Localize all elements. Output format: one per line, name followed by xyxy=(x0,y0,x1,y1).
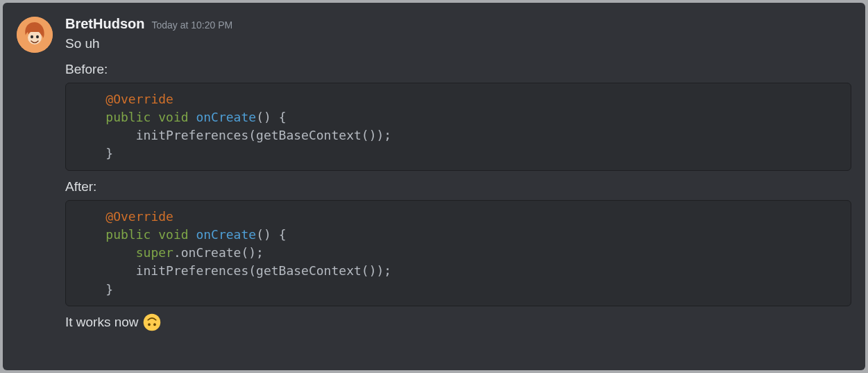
code-plain: initPreferences(getBaseContext()); xyxy=(76,263,391,278)
avatar-image-icon xyxy=(17,17,53,53)
code-annotation: @Override xyxy=(105,92,173,106)
code-plain: .onCreate(); xyxy=(173,245,264,260)
svg-point-2 xyxy=(31,35,33,38)
avatar[interactable] xyxy=(17,17,53,53)
username[interactable]: BretHudson xyxy=(65,15,144,32)
code-plain: initPreferences(getBaseContext()); xyxy=(76,128,391,142)
message-header: BretHudson Today at 10:20 PM xyxy=(65,15,851,32)
code-plain: } xyxy=(76,282,113,297)
code-plain: } xyxy=(76,146,113,160)
svg-point-5 xyxy=(148,323,151,326)
code-func: onCreate xyxy=(196,110,256,124)
code-annotation: @Override xyxy=(105,209,173,224)
chat-message: BretHudson Today at 10:20 PM So uh Befor… xyxy=(17,15,851,331)
code-plain: () { xyxy=(256,110,286,124)
code-indent xyxy=(76,227,105,242)
timestamp: Today at 10:20 PM xyxy=(151,19,232,31)
code-func: onCreate xyxy=(196,227,256,242)
footer-text: It works now xyxy=(65,315,139,330)
code-plain xyxy=(76,245,136,260)
code-plain: () { xyxy=(256,227,286,242)
chat-message-container: BretHudson Today at 10:20 PM So uh Befor… xyxy=(3,3,865,370)
upside-down-face-emoji-icon xyxy=(143,313,161,331)
code-keyword: public void xyxy=(105,227,188,242)
after-label: After: xyxy=(65,178,851,197)
svg-point-3 xyxy=(36,35,39,38)
before-label: Before: xyxy=(65,60,851,79)
code-indent xyxy=(76,110,105,124)
svg-point-4 xyxy=(143,313,160,331)
message-content: BretHudson Today at 10:20 PM So uh Befor… xyxy=(65,15,851,331)
code-indent xyxy=(76,92,105,106)
code-block-after[interactable]: @Override public void onCreate() { super… xyxy=(65,200,851,306)
code-super: super xyxy=(136,245,173,260)
svg-point-6 xyxy=(153,323,156,326)
code-indent xyxy=(76,209,105,224)
code-block-before[interactable]: @Override public void onCreate() { initP… xyxy=(65,83,851,170)
code-keyword: public void xyxy=(105,110,188,124)
message-line-1: So uh xyxy=(65,35,851,53)
message-footer: It works now xyxy=(65,313,851,331)
